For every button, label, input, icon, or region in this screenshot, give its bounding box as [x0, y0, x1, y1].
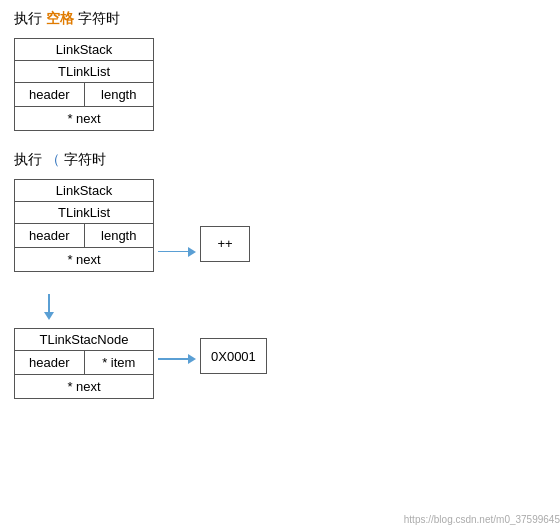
diagram1-header-cell: header	[15, 83, 85, 106]
diagram2-next-cell: * next	[15, 248, 153, 271]
section1-prefix: 执行	[14, 10, 42, 26]
down-arrow-head	[44, 312, 54, 320]
diagram2-row2: * next	[15, 248, 153, 271]
diagram3-value-box: 0X0001	[200, 338, 267, 374]
diagram3-wrapper: TLinkStacNode header * item * next 0X000…	[14, 328, 546, 399]
diagram3-row2: * next	[15, 375, 153, 398]
diagram1-row2: * next	[15, 107, 153, 130]
diagram2-plusplus-box: ++	[200, 226, 250, 262]
vertical-arrow-line	[48, 294, 50, 312]
section1-area: 执行 空格 字符时 LinkStack TLinkList header len…	[14, 10, 546, 131]
section1-suffix: 字符时	[78, 10, 120, 26]
diagram1-next-cell: * next	[15, 107, 153, 130]
diagram3-header-cell: header	[15, 351, 85, 374]
vertical-arrow-col	[44, 288, 54, 320]
diagram3-arrow	[158, 354, 196, 364]
diagram2-wrapper: LinkStack TLinkList header length * next…	[14, 179, 546, 272]
diagram1-inner-title: TLinkList	[15, 61, 153, 83]
diagram3-title: TLinkStacNode	[15, 329, 153, 351]
diagram2-arrow	[158, 247, 196, 257]
watermark: https://blog.csdn.net/m0_37599645	[404, 514, 560, 525]
diagram1-outer-title: LinkStack	[15, 39, 153, 61]
diagram3-row1: header * item	[15, 351, 153, 375]
diagram1-length-cell: length	[85, 83, 154, 106]
section1-title: 执行 空格 字符时	[14, 10, 546, 28]
diagram2-box: LinkStack TLinkList header length * next	[14, 179, 154, 272]
diagram3-item-cell: * item	[85, 351, 154, 374]
diagram3-next-cell: * next	[15, 375, 153, 398]
section1-space-keyword: 空格	[46, 10, 74, 26]
section2-prefix: 执行	[14, 151, 42, 167]
diagram2-header-cell: header	[15, 224, 85, 247]
section2-suffix: 字符时	[64, 151, 106, 167]
diagram2-inner-title: TLinkList	[15, 202, 153, 224]
diagram2-length-cell: length	[85, 224, 154, 247]
down-arrow-area	[44, 288, 546, 320]
section2-paren: （	[46, 151, 60, 167]
diagram1-box: LinkStack TLinkList header length * next	[14, 38, 154, 131]
diagram2-row1: header length	[15, 224, 153, 248]
diagram3-box: TLinkStacNode header * item * next	[14, 328, 154, 399]
diagram1-row1: header length	[15, 83, 153, 107]
diagram2-outer-title: LinkStack	[15, 180, 153, 202]
diagram3-section: TLinkStacNode header * item * next 0X000…	[14, 288, 546, 399]
section2-title: 执行 （ 字符时	[14, 151, 546, 169]
section2-area: 执行 （ 字符时 LinkStack TLinkList header leng…	[14, 151, 546, 399]
